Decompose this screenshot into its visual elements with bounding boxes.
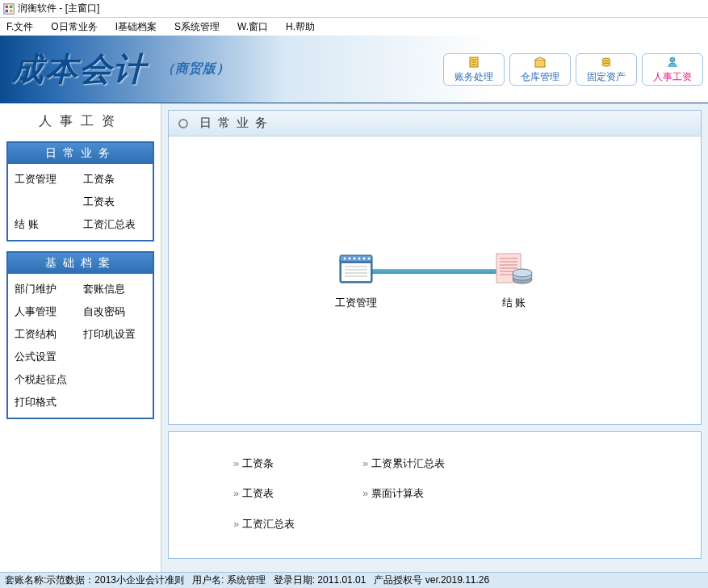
svg-point-10 [670, 57, 675, 62]
sidebar-link-empty1 [15, 195, 78, 209]
status-user: 用户名: 系统管理 [192, 573, 266, 587]
sidebar-panel-base-body: 部门维护 套账信息 人事管理 自改密码 工资结构 打印机设置 公式设置 个税起征… [8, 274, 153, 418]
header-buttons: 账务处理 仓库管理 固定资产 人事工资 [443, 53, 703, 86]
sidebar-link-print-format[interactable]: 打印格式 [15, 395, 78, 410]
content-link-salary-sheet[interactable]: 工资表 [233, 486, 362, 503]
sidebar-link-password[interactable]: 自改密码 [83, 304, 147, 319]
svg-rect-4 [10, 9, 13, 12]
svg-point-23 [513, 269, 532, 277]
sidebar-panel-daily-body: 工资管理 工资条 工资表 结 账 工资汇总表 [8, 164, 153, 240]
svg-point-18 [362, 258, 365, 260]
sidebar-link-formula[interactable]: 公式设置 [15, 350, 78, 364]
btn-hr[interactable]: 人事工资 [642, 53, 703, 86]
menu-base[interactable]: I基础档案 [112, 19, 160, 36]
svg-rect-12 [341, 263, 371, 281]
sidebar-link-hr-mgmt[interactable]: 人事管理 [15, 304, 78, 319]
coins-icon [600, 56, 613, 69]
content-link-payslip[interactable]: 工资条 [233, 456, 362, 473]
sidebar-link-payslip[interactable]: 工资条 [83, 172, 147, 187]
sidebar-link-printer[interactable]: 打印机设置 [83, 327, 147, 342]
btn-accounts-label: 账务处理 [455, 70, 493, 84]
status-license: 产品授权号 ver.2019.11.26 [374, 573, 489, 587]
status-login-date: 登录日期: 2011.01.01 [274, 573, 367, 587]
sidebar-link-close[interactable]: 结 账 [15, 217, 78, 232]
content-header: 日常业务 [169, 111, 701, 136]
status-bar: 套账名称:示范数据：2013小企业会计准则 用户名: 系统管理 登录日期: 20… [0, 572, 708, 588]
svg-point-9 [602, 63, 610, 66]
content-link-face-calc[interactable]: 票面计算表 [362, 486, 492, 503]
big-icon-close[interactable]: 结 账 [492, 250, 537, 310]
menu-bar: F.文件 O日常业务 I基础档案 S系统管理 W.窗口 H.帮助 [0, 18, 708, 36]
logo-subtitle: （商贸版） [161, 61, 230, 78]
box-icon [534, 56, 547, 69]
menu-daily[interactable]: O日常业务 [48, 19, 100, 36]
notebook-icon [333, 250, 379, 291]
big-icon-salary-mgmt-label: 工资管理 [335, 296, 377, 310]
btn-assets[interactable]: 固定资产 [576, 53, 637, 86]
document-icon [467, 56, 480, 69]
content-links-area: 工资条 工资累计汇总表 工资表 票面计算表 工资汇总表 [169, 432, 701, 558]
sidebar-panel-base-header: 基础档案 [8, 253, 153, 274]
logo-text: 成本会计 [11, 47, 147, 91]
sidebar-link-salary-struct[interactable]: 工资结构 [15, 327, 78, 342]
menu-system[interactable]: S系统管理 [171, 19, 223, 36]
sidebar-link-summary[interactable]: 工资汇总表 [83, 217, 147, 232]
content-link-summary[interactable]: 工资汇总表 [233, 517, 362, 534]
sidebar-link-tax-threshold[interactable]: 个税起征点 [15, 372, 78, 387]
sidebar-panel-daily-header: 日常业务 [8, 143, 153, 164]
sidebar-link-empty2 [83, 350, 147, 364]
content-header-text: 日常业务 [199, 116, 274, 131]
person-icon [666, 56, 679, 69]
content-link-cumulative[interactable]: 工资累计汇总表 [362, 456, 492, 473]
svg-rect-2 [10, 5, 13, 8]
menu-file[interactable]: F.文件 [3, 19, 36, 36]
header-banner: 成本会计 （商贸版） 账务处理 仓库管理 固定资产 人事工资 [0, 36, 708, 103]
content-panel-top: 日常业务 工资管理 [168, 110, 702, 425]
ledger-coins-icon [492, 250, 537, 291]
sidebar-link-empty3 [83, 372, 147, 387]
svg-point-15 [348, 258, 350, 260]
window-title: 润衡软件 - [主窗口] [18, 2, 99, 15]
svg-point-16 [353, 258, 355, 260]
sidebar-panel-base: 基础档案 部门维护 套账信息 人事管理 自改密码 工资结构 打印机设置 公式设置… [6, 251, 154, 419]
btn-warehouse[interactable]: 仓库管理 [509, 53, 571, 86]
svg-rect-1 [6, 5, 9, 8]
menu-window[interactable]: W.窗口 [234, 19, 271, 36]
circle-icon [178, 119, 188, 128]
svg-point-14 [343, 258, 346, 260]
sidebar-title: 人事工资 [6, 110, 154, 133]
big-icon-close-label: 结 账 [502, 296, 526, 310]
btn-hr-label: 人事工资 [653, 70, 692, 84]
sidebar-link-dept[interactable]: 部门维护 [15, 282, 78, 296]
main-area: 人事工资 日常业务 工资管理 工资条 工资表 结 账 工资汇总表 基础档案 部门… [0, 103, 708, 572]
svg-rect-3 [6, 9, 9, 12]
sidebar-link-account-info[interactable]: 套账信息 [83, 282, 147, 296]
menu-help[interactable]: H.帮助 [283, 19, 318, 36]
content-panel-bottom: 工资条 工资累计汇总表 工资表 票面计算表 工资汇总表 [168, 431, 702, 559]
sidebar-link-salary-mgmt[interactable]: 工资管理 [15, 172, 78, 187]
title-bar: 润衡软件 - [主窗口] [0, 0, 708, 18]
sidebar-link-salary-sheet[interactable]: 工资表 [83, 195, 147, 209]
btn-assets-label: 固定资产 [587, 70, 626, 84]
svg-point-17 [358, 258, 360, 260]
sidebar: 人事工资 日常业务 工资管理 工资条 工资表 结 账 工资汇总表 基础档案 部门… [0, 103, 161, 572]
status-account: 套账名称:示范数据：2013小企业会计准则 [5, 573, 184, 587]
sidebar-link-empty4 [83, 395, 147, 410]
app-icon [3, 3, 15, 15]
svg-point-19 [367, 258, 370, 260]
big-icon-salary-mgmt[interactable]: 工资管理 [333, 250, 379, 310]
btn-warehouse-label: 仓库管理 [521, 70, 559, 84]
btn-accounts[interactable]: 账务处理 [443, 53, 505, 86]
content-area: 日常业务 工资管理 [161, 103, 708, 572]
arrow-icon [362, 269, 508, 274]
svg-rect-6 [535, 60, 545, 67]
content-icons-area: 工资管理 结 账 [169, 136, 701, 424]
sidebar-panel-daily: 日常业务 工资管理 工资条 工资表 结 账 工资汇总表 [6, 141, 154, 242]
